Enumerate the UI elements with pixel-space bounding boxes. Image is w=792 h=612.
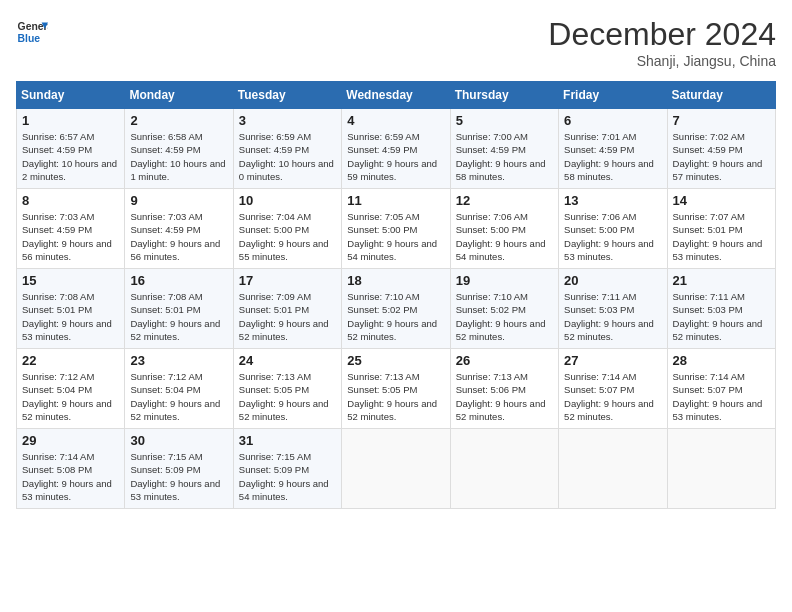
day-info: Sunrise: 7:15 AMSunset: 5:09 PMDaylight:… xyxy=(130,450,227,503)
month-title: December 2024 xyxy=(548,16,776,53)
day-info: Sunrise: 7:08 AMSunset: 5:01 PMDaylight:… xyxy=(22,290,119,343)
calendar-day-header: Sunday xyxy=(17,82,125,109)
location-subtitle: Shanji, Jiangsu, China xyxy=(548,53,776,69)
day-info: Sunrise: 7:11 AMSunset: 5:03 PMDaylight:… xyxy=(673,290,770,343)
calendar-cell: 12Sunrise: 7:06 AMSunset: 5:00 PMDayligh… xyxy=(450,189,558,269)
day-info: Sunrise: 7:06 AMSunset: 5:00 PMDaylight:… xyxy=(456,210,553,263)
day-info: Sunrise: 7:13 AMSunset: 5:05 PMDaylight:… xyxy=(347,370,444,423)
calendar-cell: 28Sunrise: 7:14 AMSunset: 5:07 PMDayligh… xyxy=(667,349,775,429)
calendar-cell: 26Sunrise: 7:13 AMSunset: 5:06 PMDayligh… xyxy=(450,349,558,429)
day-number: 11 xyxy=(347,193,444,208)
day-number: 1 xyxy=(22,113,119,128)
day-number: 13 xyxy=(564,193,661,208)
calendar-cell: 31Sunrise: 7:15 AMSunset: 5:09 PMDayligh… xyxy=(233,429,341,509)
calendar-cell: 27Sunrise: 7:14 AMSunset: 5:07 PMDayligh… xyxy=(559,349,667,429)
calendar-day-header: Friday xyxy=(559,82,667,109)
day-info: Sunrise: 7:04 AMSunset: 5:00 PMDaylight:… xyxy=(239,210,336,263)
calendar-day-header: Monday xyxy=(125,82,233,109)
calendar-cell: 19Sunrise: 7:10 AMSunset: 5:02 PMDayligh… xyxy=(450,269,558,349)
day-info: Sunrise: 6:59 AMSunset: 4:59 PMDaylight:… xyxy=(239,130,336,183)
day-info: Sunrise: 7:10 AMSunset: 5:02 PMDaylight:… xyxy=(456,290,553,343)
day-number: 15 xyxy=(22,273,119,288)
day-info: Sunrise: 7:06 AMSunset: 5:00 PMDaylight:… xyxy=(564,210,661,263)
day-number: 29 xyxy=(22,433,119,448)
calendar-header-row: SundayMondayTuesdayWednesdayThursdayFrid… xyxy=(17,82,776,109)
day-number: 7 xyxy=(673,113,770,128)
day-number: 26 xyxy=(456,353,553,368)
calendar-cell: 8Sunrise: 7:03 AMSunset: 4:59 PMDaylight… xyxy=(17,189,125,269)
day-number: 20 xyxy=(564,273,661,288)
calendar-week-row: 1Sunrise: 6:57 AMSunset: 4:59 PMDaylight… xyxy=(17,109,776,189)
day-number: 18 xyxy=(347,273,444,288)
calendar-cell: 9Sunrise: 7:03 AMSunset: 4:59 PMDaylight… xyxy=(125,189,233,269)
day-number: 14 xyxy=(673,193,770,208)
day-info: Sunrise: 7:09 AMSunset: 5:01 PMDaylight:… xyxy=(239,290,336,343)
calendar-cell: 1Sunrise: 6:57 AMSunset: 4:59 PMDaylight… xyxy=(17,109,125,189)
day-info: Sunrise: 7:14 AMSunset: 5:07 PMDaylight:… xyxy=(673,370,770,423)
day-number: 30 xyxy=(130,433,227,448)
calendar-table: SundayMondayTuesdayWednesdayThursdayFrid… xyxy=(16,81,776,509)
calendar-cell: 17Sunrise: 7:09 AMSunset: 5:01 PMDayligh… xyxy=(233,269,341,349)
calendar-cell: 22Sunrise: 7:12 AMSunset: 5:04 PMDayligh… xyxy=(17,349,125,429)
logo: General Blue xyxy=(16,16,48,48)
calendar-cell: 6Sunrise: 7:01 AMSunset: 4:59 PMDaylight… xyxy=(559,109,667,189)
calendar-cell: 14Sunrise: 7:07 AMSunset: 5:01 PMDayligh… xyxy=(667,189,775,269)
calendar-cell: 30Sunrise: 7:15 AMSunset: 5:09 PMDayligh… xyxy=(125,429,233,509)
calendar-cell xyxy=(450,429,558,509)
calendar-cell: 13Sunrise: 7:06 AMSunset: 5:00 PMDayligh… xyxy=(559,189,667,269)
day-number: 10 xyxy=(239,193,336,208)
day-number: 6 xyxy=(564,113,661,128)
calendar-cell: 20Sunrise: 7:11 AMSunset: 5:03 PMDayligh… xyxy=(559,269,667,349)
day-info: Sunrise: 7:14 AMSunset: 5:08 PMDaylight:… xyxy=(22,450,119,503)
day-info: Sunrise: 7:13 AMSunset: 5:05 PMDaylight:… xyxy=(239,370,336,423)
calendar-day-header: Wednesday xyxy=(342,82,450,109)
title-block: December 2024 Shanji, Jiangsu, China xyxy=(548,16,776,69)
day-number: 3 xyxy=(239,113,336,128)
day-number: 21 xyxy=(673,273,770,288)
calendar-cell xyxy=(342,429,450,509)
day-info: Sunrise: 7:11 AMSunset: 5:03 PMDaylight:… xyxy=(564,290,661,343)
day-info: Sunrise: 7:07 AMSunset: 5:01 PMDaylight:… xyxy=(673,210,770,263)
day-number: 8 xyxy=(22,193,119,208)
day-number: 23 xyxy=(130,353,227,368)
calendar-day-header: Thursday xyxy=(450,82,558,109)
svg-text:Blue: Blue xyxy=(18,33,41,44)
calendar-cell: 21Sunrise: 7:11 AMSunset: 5:03 PMDayligh… xyxy=(667,269,775,349)
day-info: Sunrise: 7:05 AMSunset: 5:00 PMDaylight:… xyxy=(347,210,444,263)
calendar-cell: 24Sunrise: 7:13 AMSunset: 5:05 PMDayligh… xyxy=(233,349,341,429)
day-number: 19 xyxy=(456,273,553,288)
day-number: 2 xyxy=(130,113,227,128)
day-number: 5 xyxy=(456,113,553,128)
calendar-cell: 4Sunrise: 6:59 AMSunset: 4:59 PMDaylight… xyxy=(342,109,450,189)
logo-icon: General Blue xyxy=(16,16,48,48)
day-info: Sunrise: 7:15 AMSunset: 5:09 PMDaylight:… xyxy=(239,450,336,503)
day-info: Sunrise: 6:57 AMSunset: 4:59 PMDaylight:… xyxy=(22,130,119,183)
calendar-cell: 23Sunrise: 7:12 AMSunset: 5:04 PMDayligh… xyxy=(125,349,233,429)
calendar-cell: 7Sunrise: 7:02 AMSunset: 4:59 PMDaylight… xyxy=(667,109,775,189)
page-header: General Blue December 2024 Shanji, Jiang… xyxy=(16,16,776,69)
calendar-cell xyxy=(667,429,775,509)
day-number: 25 xyxy=(347,353,444,368)
calendar-cell: 2Sunrise: 6:58 AMSunset: 4:59 PMDaylight… xyxy=(125,109,233,189)
day-info: Sunrise: 6:59 AMSunset: 4:59 PMDaylight:… xyxy=(347,130,444,183)
day-number: 12 xyxy=(456,193,553,208)
calendar-week-row: 15Sunrise: 7:08 AMSunset: 5:01 PMDayligh… xyxy=(17,269,776,349)
day-number: 22 xyxy=(22,353,119,368)
day-info: Sunrise: 7:12 AMSunset: 5:04 PMDaylight:… xyxy=(130,370,227,423)
calendar-cell: 18Sunrise: 7:10 AMSunset: 5:02 PMDayligh… xyxy=(342,269,450,349)
day-number: 24 xyxy=(239,353,336,368)
calendar-cell: 25Sunrise: 7:13 AMSunset: 5:05 PMDayligh… xyxy=(342,349,450,429)
calendar-week-row: 8Sunrise: 7:03 AMSunset: 4:59 PMDaylight… xyxy=(17,189,776,269)
day-info: Sunrise: 7:02 AMSunset: 4:59 PMDaylight:… xyxy=(673,130,770,183)
day-info: Sunrise: 7:14 AMSunset: 5:07 PMDaylight:… xyxy=(564,370,661,423)
calendar-cell: 3Sunrise: 6:59 AMSunset: 4:59 PMDaylight… xyxy=(233,109,341,189)
day-info: Sunrise: 7:08 AMSunset: 5:01 PMDaylight:… xyxy=(130,290,227,343)
day-number: 27 xyxy=(564,353,661,368)
day-info: Sunrise: 7:01 AMSunset: 4:59 PMDaylight:… xyxy=(564,130,661,183)
day-info: Sunrise: 7:00 AMSunset: 4:59 PMDaylight:… xyxy=(456,130,553,183)
calendar-day-header: Tuesday xyxy=(233,82,341,109)
calendar-day-header: Saturday xyxy=(667,82,775,109)
calendar-week-row: 22Sunrise: 7:12 AMSunset: 5:04 PMDayligh… xyxy=(17,349,776,429)
day-info: Sunrise: 7:10 AMSunset: 5:02 PMDaylight:… xyxy=(347,290,444,343)
day-info: Sunrise: 7:13 AMSunset: 5:06 PMDaylight:… xyxy=(456,370,553,423)
